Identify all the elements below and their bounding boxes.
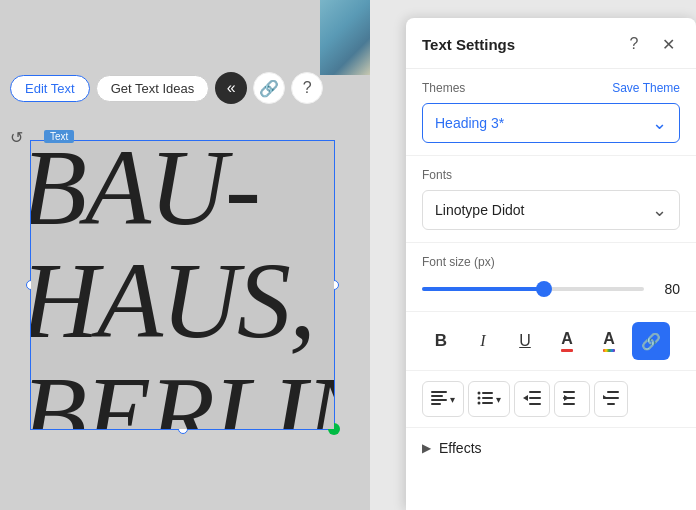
font-color-button[interactable]: A — [548, 322, 586, 360]
font-color-icon: A — [561, 330, 573, 352]
text-selection-box[interactable]: BAU- HAUS, BERLIN — [30, 140, 335, 430]
font-size-label: Font size (px) — [422, 255, 680, 269]
underline-icon: U — [519, 332, 531, 350]
edit-text-button[interactable]: Edit Text — [10, 75, 90, 102]
bold-button[interactable]: B — [422, 322, 460, 360]
text-label-badge: Text — [44, 130, 74, 143]
text-box-inner: BAU- HAUS, BERLIN — [31, 141, 334, 429]
top-image — [320, 0, 370, 75]
svg-rect-16 — [563, 397, 575, 399]
svg-rect-2 — [431, 399, 447, 401]
panel-close-icon[interactable]: ✕ — [656, 32, 680, 56]
font-size-row: 80 — [422, 279, 680, 299]
help-icon[interactable]: ? — [291, 72, 323, 104]
align-section: ▾ ▾ — [406, 371, 696, 428]
text-align-chevron: ▾ — [450, 394, 455, 405]
theme-name: Heading 3* — [435, 115, 504, 131]
svg-point-4 — [478, 391, 481, 394]
svg-rect-5 — [482, 392, 493, 394]
fonts-row: Fonts — [422, 168, 680, 182]
effects-row[interactable]: ▶ Effects — [422, 440, 680, 456]
font-size-value: 80 — [656, 281, 680, 297]
panel-title: Text Settings — [422, 36, 515, 53]
link-icon[interactable]: 🔗 — [253, 72, 285, 104]
font-chevron-icon: ⌄ — [652, 199, 667, 221]
decrease-indent-button[interactable] — [514, 381, 550, 417]
svg-rect-14 — [563, 391, 575, 393]
get-text-ideas-button[interactable]: Get Text Ideas — [96, 75, 210, 102]
fonts-label: Fonts — [422, 168, 452, 182]
text-settings-panel: Text Settings ? ✕ Themes Save Theme Head… — [406, 18, 696, 510]
effects-arrow-icon: ▶ — [422, 441, 431, 455]
svg-rect-13 — [529, 403, 541, 405]
font-name: Linotype Didot — [435, 202, 525, 218]
underline-button[interactable]: U — [506, 322, 544, 360]
slider-track — [422, 287, 644, 291]
svg-rect-9 — [482, 402, 493, 404]
slider-fill — [422, 287, 544, 291]
themes-label: Themes — [422, 81, 465, 95]
slider-thumb[interactable] — [536, 281, 552, 297]
italic-button[interactable]: I — [464, 322, 502, 360]
format-row: B I U A A 🔗 — [422, 322, 680, 360]
text-style-button[interactable]: A — [590, 322, 628, 360]
svg-rect-20 — [607, 403, 615, 405]
svg-marker-11 — [523, 395, 528, 401]
format-link-button[interactable]: 🔗 — [632, 322, 670, 360]
more-options-icon — [603, 391, 619, 408]
font-selector[interactable]: Linotype Didot ⌄ — [422, 190, 680, 230]
history-icon[interactable]: « — [215, 72, 247, 104]
text-align-icon — [431, 391, 447, 408]
decrease-indent-icon — [523, 391, 541, 408]
panel-help-icon[interactable]: ? — [622, 32, 646, 56]
toolbar: Edit Text Get Text Ideas « 🔗 ? — [10, 72, 323, 104]
list-chevron: ▾ — [496, 394, 501, 405]
canvas-area: ↺ Edit Text Get Text Ideas « 🔗 ? Text BA… — [0, 0, 370, 510]
svg-rect-12 — [529, 397, 541, 399]
svg-point-6 — [478, 396, 481, 399]
giant-text-display: BAU- HAUS, BERLIN — [31, 141, 334, 429]
effects-section: ▶ Effects — [406, 428, 696, 468]
svg-rect-1 — [431, 395, 443, 397]
more-options-button[interactable] — [594, 381, 628, 417]
svg-rect-0 — [431, 391, 447, 393]
format-section: B I U A A 🔗 — [406, 312, 696, 371]
effects-label: Effects — [439, 440, 482, 456]
list-button[interactable]: ▾ — [468, 381, 510, 417]
svg-rect-17 — [563, 403, 575, 405]
theme-selector[interactable]: Heading 3* ⌄ — [422, 103, 680, 143]
text-align-button[interactable]: ▾ — [422, 381, 464, 417]
panel-header: Text Settings ? ✕ — [406, 18, 696, 69]
svg-rect-3 — [431, 403, 441, 405]
panel-header-icons: ? ✕ — [622, 32, 680, 56]
svg-rect-7 — [482, 397, 493, 399]
svg-point-8 — [478, 401, 481, 404]
font-size-section: Font size (px) 80 — [406, 243, 696, 312]
svg-rect-18 — [607, 391, 619, 393]
format-link-icon: 🔗 — [641, 332, 661, 351]
themes-section: Themes Save Theme Heading 3* ⌄ — [406, 69, 696, 156]
increase-indent-icon — [563, 391, 581, 408]
increase-indent-button[interactable] — [554, 381, 590, 417]
fonts-section: Fonts Linotype Didot ⌄ — [406, 156, 696, 243]
list-icon — [477, 391, 493, 408]
themes-row: Themes Save Theme — [422, 81, 680, 95]
font-size-slider[interactable] — [422, 279, 644, 299]
svg-rect-10 — [529, 391, 541, 393]
save-theme-link[interactable]: Save Theme — [612, 81, 680, 95]
align-row: ▾ ▾ — [422, 381, 680, 417]
bold-icon: B — [435, 331, 447, 351]
undo-icon[interactable]: ↺ — [10, 128, 23, 147]
text-style-icon: A — [603, 330, 615, 352]
italic-icon: I — [480, 332, 485, 350]
theme-chevron-icon: ⌄ — [652, 112, 667, 134]
